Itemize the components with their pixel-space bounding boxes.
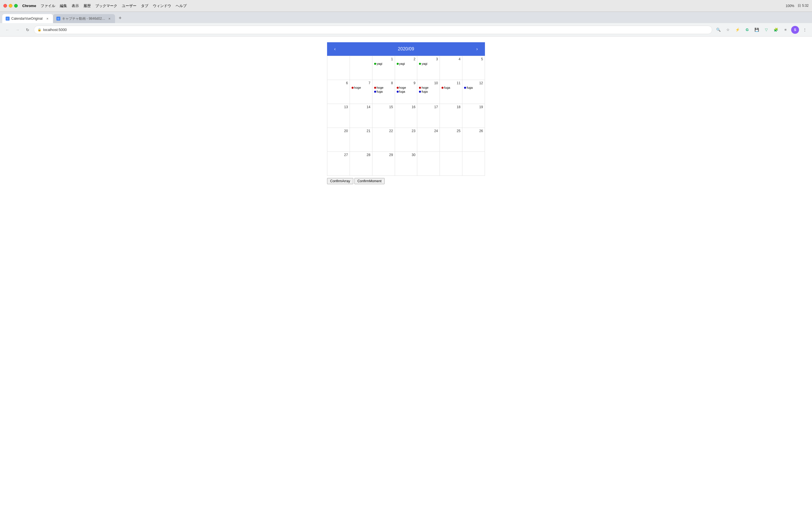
calendar-buttons: ConfirmArray ConfirmMoment [327,176,485,186]
close-button[interactable] [3,4,7,8]
calendar-event[interactable]: hoge [352,86,370,90]
calendar-cell[interactable]: 14 [350,104,372,128]
calendar-cell[interactable]: 11fuga [440,80,462,104]
calendar-cell[interactable] [417,152,440,176]
calendar-cell[interactable]: 2yagi [395,56,417,80]
menu-edit[interactable]: 編集 [60,3,67,8]
day-number: 7 [352,81,370,85]
app-menu: Chrome ファイル 編集 表示 履歴 ブックマーク ユーザー タブ ウィンド… [22,3,187,8]
tab-close-capture[interactable]: ✕ [107,16,112,21]
calendar-cell[interactable] [440,152,462,176]
menu-window[interactable]: ウィンドウ [153,3,171,8]
more-button[interactable]: ⋮ [801,26,809,34]
calendar-cell[interactable]: 26 [462,128,485,152]
calendar-event[interactable]: fuga [442,86,460,90]
event-label: fuga [399,90,405,94]
day-number: 27 [329,153,348,157]
page-content: ‹ 2020/09 › 1yagi2yagi3yagi4567hoge8hoge… [0,37,812,507]
calendar-event[interactable]: yagi [397,62,416,66]
extension-icon[interactable]: ⚡ [733,26,742,34]
menu-history[interactable]: 履歴 [84,3,91,8]
address-input[interactable]: 🔒 localhost:5000 [34,25,712,34]
calendar-event[interactable]: fuga [419,90,438,94]
calendar-cell[interactable]: 22 [372,128,395,152]
calendar-event[interactable]: hoge [374,86,393,90]
reload-button[interactable]: ↻ [24,26,32,34]
search-icon[interactable]: 🔍 [714,26,722,34]
calendar-event[interactable]: hoge [419,86,438,90]
calendar-event[interactable]: yagi [419,62,438,66]
calendar-cell[interactable]: 5 [462,56,485,80]
tab-close-calendar[interactable]: ✕ [45,16,50,21]
calendar-event[interactable]: yagi [374,62,393,66]
event-label: yagi [377,62,382,66]
day-number: 16 [397,105,416,109]
calendar-event[interactable]: fuga [397,90,416,94]
menu-help[interactable]: ヘルプ [175,3,187,8]
calendar-cell[interactable]: 12fuga [462,80,485,104]
calendar-cell[interactable]: 17 [417,104,440,128]
minimize-button[interactable] [9,4,12,8]
new-tab-button[interactable]: + [116,14,124,22]
event-dot [419,91,421,93]
calendar-cell[interactable]: 4 [440,56,462,80]
calendar-cell[interactable]: 21 [350,128,372,152]
calendar-cell[interactable]: 8hogefuga [372,80,395,104]
calendar-cell[interactable]: 15 [372,104,395,128]
calendar-cell[interactable]: 9hogefuga [395,80,417,104]
tab-favicon-calendar: C [6,17,10,20]
calendar-cell[interactable]: 25 [440,128,462,152]
day-number: 23 [397,129,416,133]
maximize-button[interactable] [14,4,18,8]
menu-view[interactable]: 表示 [71,3,79,8]
save-icon[interactable]: 💾 [753,26,761,34]
calendar-cell[interactable]: 6 [327,80,350,104]
prev-month-button[interactable]: ‹ [332,46,338,52]
menu-file[interactable]: ファイル [41,3,55,8]
calendar-cell[interactable]: 23 [395,128,417,152]
profile-avatar[interactable]: S [791,26,799,34]
calendar-cell[interactable]: 30 [395,152,417,176]
calendar-event[interactable]: fuga [374,90,393,94]
calendar-cell[interactable]: 1yagi [372,56,395,80]
grammarly-icon[interactable]: G [743,26,751,34]
puzzle-icon[interactable]: 🧩 [772,26,780,34]
calendar-cell[interactable]: 3yagi [417,56,440,80]
menu-icon[interactable]: ≡ [781,26,790,34]
calendar-cell[interactable] [462,152,485,176]
calendar-cell[interactable]: 13 [327,104,350,128]
calendar-cell[interactable]: 16 [395,104,417,128]
tab-capture[interactable]: G キャプチャ動画 - 9846d02220... ✕ [53,14,115,23]
day-number: 11 [442,81,460,85]
day-number: 1 [374,57,393,61]
calendar-cell[interactable]: 29 [372,152,395,176]
calendar-event[interactable]: hoge [397,86,416,90]
event-dot [442,87,444,89]
calendar-event[interactable]: fuga [464,86,483,90]
bookmark-icon[interactable]: ☆ [724,26,732,34]
calendar-cell[interactable] [350,56,372,80]
event-dot [464,87,466,89]
clock: 日 5:32 [798,3,809,8]
calendar-cell[interactable]: 7hoge [350,80,372,104]
calendar-cell[interactable]: 10hogefuga [417,80,440,104]
menu-user[interactable]: ユーザー [122,3,137,8]
calendar-cell[interactable] [327,56,350,80]
calendar-cell[interactable]: 18 [440,104,462,128]
menu-tab[interactable]: タブ [141,3,148,8]
calendar-cell[interactable]: 27 [327,152,350,176]
confirm-moment-button[interactable]: ConfirmMoment [354,178,385,184]
back-button[interactable]: ← [3,26,11,34]
calendar-cell[interactable]: 19 [462,104,485,128]
vuejs-icon[interactable]: ▽ [762,26,770,34]
titlebar: Chrome ファイル 編集 表示 履歴 ブックマーク ユーザー タブ ウィンド… [0,0,812,12]
forward-button[interactable]: → [13,26,21,34]
calendar-cell[interactable]: 24 [417,128,440,152]
tab-favicon-capture: G [56,17,60,20]
calendar-cell[interactable]: 28 [350,152,372,176]
menu-bookmarks[interactable]: ブックマーク [95,3,117,8]
confirm-array-button[interactable]: ConfirmArray [327,178,353,184]
calendar-cell[interactable]: 20 [327,128,350,152]
tab-calendar[interactable]: C CalendarVueOriginal ✕ [2,14,53,23]
next-month-button[interactable]: › [474,46,480,52]
